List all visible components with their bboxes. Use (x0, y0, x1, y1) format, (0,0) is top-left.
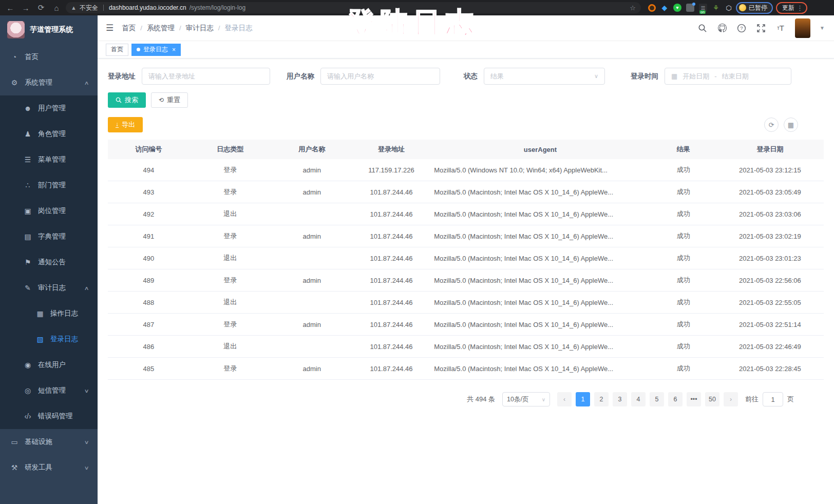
hamburger-icon[interactable]: ☰ (106, 23, 113, 33)
range-separator: - (714, 72, 716, 80)
sidebar-item-sms[interactable]: ◎短信管理∨ (0, 378, 98, 403)
table-cell: 101.87.244.46 (353, 321, 430, 328)
security-label[interactable]: 不安全 (80, 4, 98, 12)
sidebar-item-label: 部门管理 (38, 181, 66, 190)
infrastructure-icon: ▭ (10, 438, 18, 446)
topbar-actions: ? тT ▼ (697, 18, 825, 38)
reset-button[interactable]: ⟲ 重置 (151, 92, 188, 108)
home-icon[interactable]: ⌂ (50, 2, 63, 14)
username-input[interactable]: 请输入用户名称 (320, 68, 440, 85)
sidebar: 芋道管理系统 ◔首页⚙系统管理∧☻用户管理♟角色管理☰菜单管理∴部门管理▣岗位管… (0, 15, 98, 504)
sidebar-item-menu[interactable]: ☰菜单管理 (0, 147, 98, 172)
fullscreen-icon[interactable] (756, 23, 766, 33)
page-button[interactable]: 50 (705, 392, 719, 406)
profile-paused-chip[interactable]: 已暂停 (736, 2, 773, 14)
chevron-up-icon: ∧ (84, 80, 89, 86)
sidebar-item-badge[interactable]: ▣岗位管理 (0, 198, 98, 224)
sidebar-item-book[interactable]: ▤字典管理 (0, 224, 98, 249)
error-code-icon: ‹/› (24, 412, 32, 420)
page-button[interactable]: 5 (650, 392, 664, 406)
table-cell: 493 (108, 188, 189, 196)
extensions-puzzle-icon[interactable]: ⬡ (725, 4, 733, 12)
sidebar-item-dashboard[interactable]: ◔首页 (0, 44, 98, 70)
table-row: 486退出101.87.244.46Mozilla/5.0 (Macintosh… (108, 336, 824, 358)
page-button[interactable]: 6 (668, 392, 683, 406)
breadcrumb-item[interactable]: 审计日志 (186, 24, 214, 33)
breadcrumb-item[interactable]: 系统管理 (147, 24, 175, 33)
page-button[interactable]: 4 (631, 392, 646, 406)
page-button[interactable]: 2 (594, 392, 609, 406)
sidebar-item-online-users[interactable]: ◉在线用户 (0, 352, 98, 378)
table-cell: Mozilla/5.0 (Macintosh; Intel Mac OS X 1… (430, 188, 650, 196)
sidebar-item-users[interactable]: ♟角色管理 (0, 121, 98, 147)
sidebar-item-label: 菜单管理 (38, 155, 66, 164)
table-cell: 成功 (651, 187, 716, 197)
next-page-button[interactable]: › (724, 392, 738, 406)
extension-green-icon[interactable]: ♥ (673, 4, 681, 12)
forward-icon[interactable]: → (20, 2, 32, 14)
tags-bar: 首页登录日志× (98, 41, 834, 59)
browser-update-button[interactable]: 更新 ⋮ (776, 2, 807, 14)
date-range-input[interactable]: ▦ 开始日期 - 结束日期 (665, 68, 791, 85)
sidebar-item-infrastructure[interactable]: ▭基础设施∨ (0, 429, 98, 455)
page-size-select[interactable]: 10条/页 ∨ (502, 392, 550, 406)
sidebar-item-user[interactable]: ☻用户管理 (0, 95, 98, 121)
chevron-down-icon[interactable]: ▼ (820, 25, 825, 31)
reset-refresh-icon: ⟲ (159, 96, 164, 104)
back-icon[interactable]: ← (4, 2, 16, 14)
table-cell: 101.87.244.46 (353, 299, 430, 306)
login-log-table: 访问编号日志类型用户名称登录地址userAgent结果登录日期494登录admi… (108, 140, 824, 380)
sidebar-item-label: 通知公告 (38, 258, 66, 267)
column-settings-button[interactable]: ▦ (784, 118, 798, 132)
annotation-text: 登陆日志 (347, 4, 479, 42)
font-size-icon[interactable]: тT (775, 23, 786, 33)
help-icon[interactable]: ? (736, 23, 747, 33)
extension-plant-icon[interactable]: ⚘ (712, 4, 720, 12)
status-select[interactable]: 结果 ∨ (484, 68, 605, 85)
chevron-down-icon: ∨ (84, 465, 89, 471)
export-button[interactable]: ↓ 导出 (108, 117, 143, 132)
extension-orange-icon[interactable] (648, 4, 656, 12)
status-label: 状态 (464, 72, 478, 81)
address-input[interactable]: 请输入登录地址 (142, 68, 270, 85)
search-button[interactable]: 搜索 (108, 92, 146, 108)
sidebar-item-megaphone[interactable]: ⚑通知公告 (0, 249, 98, 275)
close-icon[interactable]: × (172, 46, 176, 53)
more-pages-button[interactable]: ••• (687, 392, 701, 406)
extension-list-on-icon[interactable]: ☰ (699, 4, 707, 12)
browser-menu-icon[interactable]: ⋮ (797, 4, 803, 12)
tab-首页[interactable]: 首页 (106, 44, 128, 56)
sidebar-item-audit-log[interactable]: ✎审计日志∧ (0, 275, 98, 301)
page-button[interactable]: 1 (576, 392, 590, 406)
table-cell: 成功 (651, 298, 716, 307)
tab-登录日志[interactable]: 登录日志× (131, 44, 181, 56)
table-row: 490退出101.87.244.46Mozilla/5.0 (Macintosh… (108, 247, 824, 269)
breadcrumb-item[interactable]: 首页 (122, 24, 136, 33)
chevron-down-icon: ∨ (84, 388, 89, 394)
table-cell: admin (271, 321, 353, 328)
goto-page-input[interactable]: 1 (763, 392, 783, 406)
sidebar-item-dev-tools[interactable]: ⚒研发工具∨ (0, 455, 98, 480)
extension-badge-icon[interactable] (686, 4, 694, 12)
extension-gem-icon[interactable]: ◆ (660, 4, 669, 12)
sidebar-item-login-log[interactable]: ▧登录日志 (0, 326, 98, 352)
sidebar-item-error-code[interactable]: ‹/›错误码管理 (0, 403, 98, 429)
prev-page-button[interactable]: ‹ (557, 392, 572, 406)
sidebar-item-label: 研发工具 (25, 463, 52, 472)
search-icon[interactable] (697, 23, 708, 33)
page-button[interactable]: 3 (613, 392, 627, 406)
sidebar-item-gear[interactable]: ⚙系统管理∧ (0, 70, 98, 95)
avatar[interactable] (795, 18, 810, 38)
bookmark-star-icon[interactable]: ☆ (630, 4, 636, 12)
login-log-icon: ▧ (36, 335, 44, 343)
sms-icon: ◎ (24, 386, 32, 395)
refresh-button[interactable]: ⟳ (764, 118, 779, 132)
megaphone-icon: ⚑ (24, 258, 32, 266)
sidebar-item-label: 用户管理 (38, 104, 66, 113)
reload-icon[interactable]: ⟳ (35, 2, 47, 14)
goto-suffix: 页 (787, 395, 794, 404)
sidebar-item-tree[interactable]: ∴部门管理 (0, 172, 98, 198)
table-cell: 2021-05-03 22:55:05 (716, 299, 824, 306)
github-icon[interactable] (717, 23, 727, 33)
sidebar-item-operation-log[interactable]: ▦操作日志 (0, 301, 98, 326)
